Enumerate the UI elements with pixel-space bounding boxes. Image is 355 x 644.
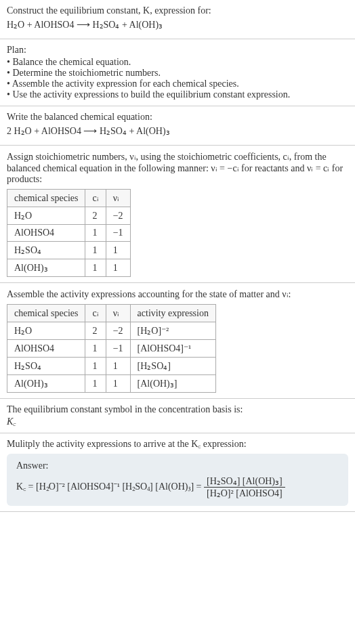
- table-row: AlOHSO4 1 −1 [AlOHSO4]⁻¹: [7, 340, 216, 358]
- plan-item-2: • Assemble the activity expression for e…: [7, 79, 348, 89]
- cell: H₂O: [7, 207, 85, 225]
- table-row: AlOHSO4 1 −1: [7, 225, 131, 242]
- activity-h0: chemical species: [7, 305, 85, 322]
- cell: AlOHSO4: [7, 225, 85, 242]
- table-row: H₂SO₄ 1 1: [7, 242, 131, 259]
- multiply-section: Mulitply the activity expressions to arr…: [0, 433, 355, 512]
- table-row: H₂O 2 −2 [H₂O]⁻²: [7, 322, 216, 340]
- stoich-text: Assign stoichiometric numbers, νᵢ, using…: [7, 151, 348, 185]
- cell: 1: [85, 225, 106, 242]
- cell: −1: [106, 340, 130, 358]
- plan-item-1: • Determine the stoichiometric numbers.: [7, 68, 348, 79]
- table-row: H₂SO₄ 1 1 [H₂SO₄]: [7, 358, 216, 375]
- stoich-table: chemical species cᵢ νᵢ H₂O 2 −2 AlOHSO4 …: [7, 189, 131, 277]
- cell: 1: [85, 242, 106, 259]
- intro-equation: H₂O + AlOHSO4 ⟶ H₂SO₄ + Al(OH)₃: [7, 19, 348, 30]
- answer-label: Answer:: [16, 460, 339, 471]
- balanced-section: Write the balanced chemical equation: 2 …: [0, 106, 355, 146]
- cell: 1: [106, 259, 130, 277]
- table-row: Al(OH)₃ 1 1: [7, 259, 131, 277]
- symbol-line2: K꜀: [7, 416, 348, 427]
- cell: −2: [106, 207, 130, 225]
- activity-section: Assemble the activity expressions accoun…: [0, 283, 355, 399]
- stoich-h0: chemical species: [7, 190, 85, 207]
- cell: H₂O: [7, 322, 85, 340]
- plan-heading: Plan:: [7, 45, 348, 56]
- plan-item-0: • Balance the chemical equation.: [7, 57, 348, 68]
- cell: 2: [85, 322, 106, 340]
- cell: 1: [85, 340, 106, 358]
- cell: 1: [106, 358, 130, 375]
- cell: [H₂SO₄]: [130, 358, 215, 375]
- answer-expression: K꜀ = [H₂O]⁻² [AlOHSO4]⁻¹ [H₂SO₄] [Al(OH)…: [16, 475, 339, 499]
- balanced-heading: Write the balanced chemical equation:: [7, 112, 348, 123]
- cell: H₂SO₄: [7, 358, 85, 375]
- answer-lhs: K꜀ = [H₂O]⁻² [AlOHSO4]⁻¹ [H₂SO₄] [Al(OH)…: [16, 481, 204, 492]
- cell: −2: [106, 322, 130, 340]
- activity-text: Assemble the activity expressions accoun…: [7, 288, 348, 300]
- table-header-row: chemical species cᵢ νᵢ: [7, 190, 131, 207]
- stoich-h2: νᵢ: [106, 190, 130, 207]
- activity-table: chemical species cᵢ νᵢ activity expressi…: [7, 304, 216, 393]
- activity-h3: activity expression: [130, 305, 215, 322]
- cell: 1: [85, 358, 106, 375]
- stoich-section: Assign stoichiometric numbers, νᵢ, using…: [0, 146, 355, 283]
- symbol-section: The equilibrium constant symbol in the c…: [0, 399, 355, 433]
- cell: −1: [106, 225, 130, 242]
- stoich-h1: cᵢ: [85, 190, 106, 207]
- table-header-row: chemical species cᵢ νᵢ activity expressi…: [7, 305, 216, 322]
- activity-h1: cᵢ: [85, 305, 106, 322]
- intro-line1: Construct the equilibrium constant, K, e…: [7, 5, 348, 16]
- cell: [H₂O]⁻²: [130, 322, 215, 340]
- cell: Al(OH)₃: [7, 259, 85, 277]
- plan-item-3: • Use the activity expressions to build …: [7, 89, 348, 100]
- table-row: Al(OH)₃ 1 1 [Al(OH)₃]: [7, 375, 216, 393]
- cell: AlOHSO4: [7, 340, 85, 358]
- cell: 1: [106, 375, 130, 393]
- cell: [Al(OH)₃]: [130, 375, 215, 393]
- cell: Al(OH)₃: [7, 375, 85, 393]
- plan-section: Plan: • Balance the chemical equation. •…: [0, 39, 355, 106]
- answer-box: Answer: K꜀ = [H₂O]⁻² [AlOHSO4]⁻¹ [H₂SO₄]…: [7, 454, 348, 506]
- multiply-text: Mulitply the activity expressions to arr…: [7, 439, 348, 450]
- cell: 1: [85, 259, 106, 277]
- activity-h2: νᵢ: [106, 305, 130, 322]
- cell: 2: [85, 207, 106, 225]
- cell: [AlOHSO4]⁻¹: [130, 340, 215, 358]
- intro-section: Construct the equilibrium constant, K, e…: [0, 0, 355, 39]
- cell: 1: [106, 242, 130, 259]
- answer-fraction: [H₂SO₄] [Al(OH)₃] [H₂O]² [AlOHSO4]: [204, 475, 285, 499]
- balanced-equation: 2 H₂O + AlOHSO4 ⟶ H₂SO₄ + Al(OH)₃: [7, 125, 348, 137]
- table-row: H₂O 2 −2: [7, 207, 131, 225]
- cell: 1: [85, 375, 106, 393]
- symbol-line1: The equilibrium constant symbol in the c…: [7, 404, 348, 415]
- answer-frac-den: [H₂O]² [AlOHSO4]: [204, 488, 285, 499]
- answer-frac-num: [H₂SO₄] [Al(OH)₃]: [204, 475, 285, 488]
- cell: H₂SO₄: [7, 242, 85, 259]
